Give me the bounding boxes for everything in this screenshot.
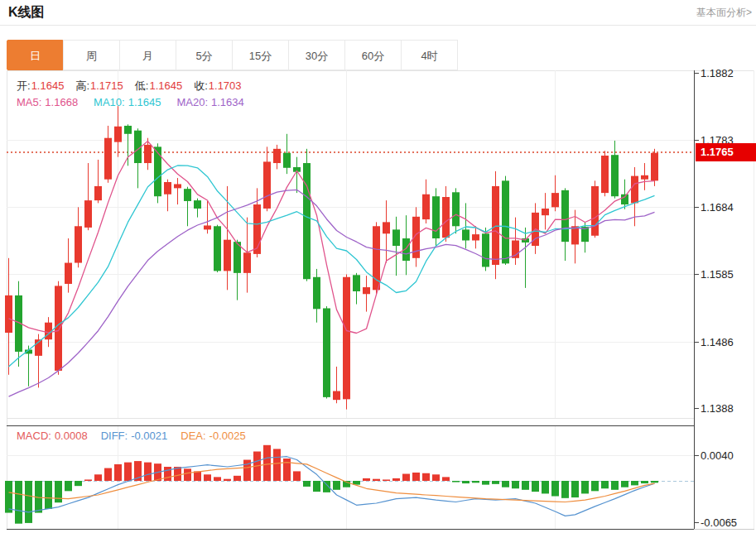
candle-body [571,226,579,244]
macd-bar [571,481,579,497]
macd-bar [462,481,469,483]
macd-histogram [5,445,658,524]
macd-bar [422,473,430,481]
candle-body [204,225,211,229]
macd-bar [75,481,82,486]
macd-bar [383,479,390,481]
candle-body [462,229,469,240]
legend-item: DEA:-0.0025 [181,430,245,442]
candle-body [621,194,628,204]
macd-bar [273,449,281,481]
candle-body [94,186,102,200]
macd-bar [412,473,420,481]
current-price-tag: 1.1765 [696,143,756,161]
candle-body [114,127,122,142]
macd-bar [442,477,450,481]
price-axis-label: 1.1486 [701,336,734,348]
macd-bar [621,481,628,487]
tab-60min[interactable]: 60分 [344,40,402,70]
macd-bar [631,481,638,485]
page-title: K线图 [8,4,45,22]
header-divider [0,25,756,26]
legend-item: 收:1.1703 [194,79,241,92]
macd-bar [482,481,489,485]
candle-body [154,146,161,196]
candle-body [164,182,171,194]
macd-bar [25,481,32,523]
fundamental-analysis-link[interactable]: 基本面分析> [696,6,752,20]
candle-body [104,138,112,180]
candle-body [214,226,221,271]
legend-item: MA20:1.1634 [176,96,243,108]
macd-bar [611,481,619,490]
macd-bar [502,481,509,487]
candle-body [343,277,350,400]
macd-axis-label: 0.0040 [701,449,734,462]
macd-bar [234,476,241,481]
candle-body [502,180,509,263]
macd-bar [532,481,539,492]
tab-week[interactable]: 周 [63,40,120,70]
macd-bar [373,479,380,481]
candle-body [65,263,72,284]
candle-body [363,287,370,294]
macd-bar [15,481,22,524]
macd-bar [224,479,231,481]
macd-bar [333,481,340,490]
candle-body [144,145,152,163]
macd-bar [263,445,271,481]
macd-bar [293,471,301,481]
candle-body [561,190,569,242]
candle-body [432,196,440,238]
tab-4hour[interactable]: 4时 [401,40,458,70]
macd-legend: MACD:0.0008DIFF:-0.0021DEA:-0.0025 [17,430,259,442]
candle-body [224,240,231,271]
price-axis-label: 1.1585 [701,268,734,281]
macd-bar [641,481,648,483]
candle-body [194,200,201,209]
macd-bar [402,474,410,481]
macd-bar [581,481,589,493]
tab-month[interactable]: 月 [119,40,176,70]
candle-body [383,222,390,233]
candle-body [472,234,479,240]
candle-body [333,391,340,401]
macd-bar [214,477,221,481]
macd-bar [601,481,609,488]
candle-body [542,209,549,215]
tab-day[interactable]: 日 [7,40,64,70]
kline-page: { "header": {"title": "K线图", "link_label… [0,0,756,533]
candle-body [651,153,658,181]
macd-bar [551,481,559,497]
candle-body [5,295,12,333]
candle-body [263,161,271,209]
macd-bar [144,463,152,481]
macd-bar [452,481,460,483]
candle-body [124,126,132,134]
candle-body [84,200,92,228]
candle-body [55,286,62,370]
tab-15min[interactable]: 15分 [232,40,289,70]
candle-body [551,193,559,207]
macd-bar [164,467,171,481]
macd-bar [492,481,499,484]
price-axis-label: 1.1684 [701,201,734,214]
candle-body [273,149,281,163]
macd-bar [5,481,12,513]
tab-5min[interactable]: 5分 [176,40,233,70]
tab-30min[interactable]: 30分 [288,40,345,70]
candle-body [75,226,82,262]
candle-body [313,277,320,310]
macd-bar [591,481,599,491]
candle-body [283,153,291,168]
macd-bar [392,478,400,481]
macd-bar [512,481,519,488]
macd-bar [522,481,529,490]
macd-bar [432,474,440,481]
macd-bar [313,481,320,492]
candle-body [303,163,311,279]
candle-body [601,156,609,193]
macd-bar [114,464,122,481]
macd-bar [542,481,549,493]
candle-body [392,229,400,246]
